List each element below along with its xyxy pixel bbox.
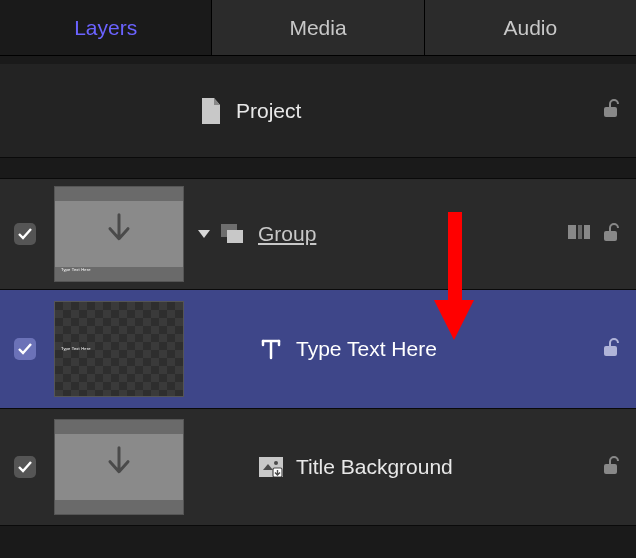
row-group[interactable]: Type Text Here Group <box>0 178 636 290</box>
disclosure-triangle[interactable] <box>198 230 210 238</box>
row-title-background[interactable]: Title Background <box>0 408 636 526</box>
thumbnail-group: Type Text Here <box>54 186 184 282</box>
group-stack-icon <box>220 224 246 244</box>
download-arrow-icon <box>102 446 136 487</box>
tab-audio[interactable]: Audio <box>425 0 636 55</box>
visibility-checkbox-group[interactable] <box>14 223 36 245</box>
lock-icon[interactable] <box>600 336 622 363</box>
svg-point-9 <box>274 461 278 465</box>
tab-media[interactable]: Media <box>212 0 424 55</box>
lock-icon[interactable] <box>600 97 622 124</box>
row-text-label[interactable]: Type Text Here <box>296 337 600 361</box>
document-icon <box>198 98 224 124</box>
tab-layers[interactable]: Layers <box>0 0 212 55</box>
svg-rect-4 <box>578 225 582 239</box>
row-project-label: Project <box>236 99 600 123</box>
svg-rect-0 <box>604 107 617 117</box>
lock-icon[interactable] <box>600 454 622 481</box>
thumbnail-text: Type Text Here <box>54 301 184 397</box>
lock-icon[interactable] <box>600 221 622 248</box>
tabs-bar: Layers Media Audio <box>0 0 636 56</box>
row-text-layer[interactable]: Type Text Here Type Text Here <box>0 290 636 408</box>
download-arrow-icon <box>102 213 136 254</box>
svg-rect-6 <box>604 231 617 241</box>
svg-rect-3 <box>568 225 576 239</box>
row-project[interactable]: Project <box>0 64 636 158</box>
svg-rect-11 <box>604 464 617 474</box>
thumbnail-titlebg <box>54 419 184 515</box>
svg-rect-2 <box>227 230 243 243</box>
panels-icon[interactable] <box>568 223 590 246</box>
row-titlebg-label: Title Background <box>296 455 600 479</box>
row-group-label[interactable]: Group <box>258 222 568 246</box>
visibility-checkbox-text[interactable] <box>14 338 36 360</box>
svg-rect-7 <box>604 346 617 356</box>
layers-panel: Project Type Text Here Group <box>0 64 636 526</box>
visibility-checkbox-titlebg[interactable] <box>14 456 36 478</box>
drop-zone-icon <box>258 457 284 477</box>
svg-rect-5 <box>584 225 590 239</box>
text-t-icon <box>258 338 284 360</box>
